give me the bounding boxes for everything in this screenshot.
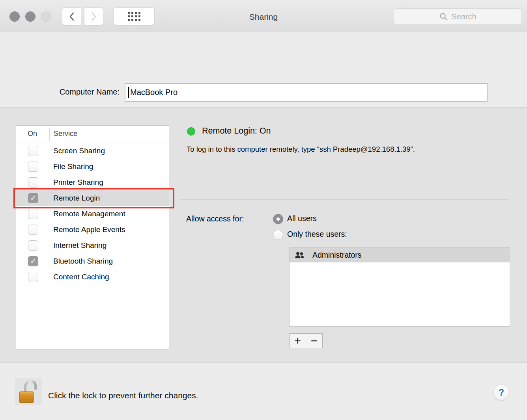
unlocked-padlock-icon xyxy=(17,380,40,403)
computer-name-field[interactable] xyxy=(125,83,488,102)
service-checkbox[interactable] xyxy=(28,177,38,188)
service-label: File Sharing xyxy=(53,162,93,171)
service-label: Bluetooth Sharing xyxy=(53,257,113,266)
service-row[interactable]: File Sharing xyxy=(16,159,169,175)
service-checkbox[interactable] xyxy=(28,225,38,235)
lock-button[interactable] xyxy=(15,378,42,405)
service-checkbox[interactable] xyxy=(28,272,38,282)
column-header-service: Service xyxy=(54,130,77,138)
service-row[interactable]: Remote Management xyxy=(16,206,169,222)
service-checkbox[interactable]: ✓ xyxy=(28,193,38,203)
text-caret xyxy=(128,87,129,98)
radio-all-users[interactable] xyxy=(273,214,283,224)
search-icon xyxy=(439,12,448,21)
remove-user-button[interactable]: − xyxy=(306,333,323,348)
status-title: Remote Login: On xyxy=(202,126,271,136)
sharing-content: On Service Screen SharingFile SharingPri… xyxy=(0,108,527,362)
service-label: Screen Sharing xyxy=(53,147,105,155)
radio-all-users-label: All users xyxy=(287,214,317,223)
service-table: On Service Screen SharingFile SharingPri… xyxy=(16,125,169,349)
group-icon xyxy=(294,251,305,259)
service-row[interactable]: Printer Sharing xyxy=(16,175,169,190)
service-row[interactable]: Screen Sharing xyxy=(16,143,169,159)
service-label: Internet Sharing xyxy=(53,241,107,250)
computer-name-label: Computer Name: xyxy=(0,87,120,97)
radio-only-these-users[interactable] xyxy=(273,230,283,240)
service-checkbox[interactable] xyxy=(28,240,38,251)
column-separator xyxy=(49,128,50,141)
column-header-on: On xyxy=(28,130,37,138)
service-label: Remote Login xyxy=(53,194,100,203)
service-checkbox[interactable] xyxy=(28,209,38,219)
service-checkbox[interactable] xyxy=(28,146,38,156)
search-placeholder: Search xyxy=(451,12,476,21)
users-list: Administrators xyxy=(289,247,510,327)
service-label: Remote Apple Events xyxy=(53,225,125,234)
service-checkbox[interactable]: ✓ xyxy=(28,256,38,266)
user-name: Administrators xyxy=(312,251,362,260)
add-user-button[interactable]: + xyxy=(289,333,306,348)
user-row[interactable]: Administrators xyxy=(290,248,510,262)
radio-only-these-users-label: Only these users: xyxy=(287,230,347,239)
allow-access-label: Allow access for: xyxy=(186,214,244,223)
service-row[interactable]: Content Caching xyxy=(16,269,169,285)
ssh-instruction: To log in to this computer remotely, typ… xyxy=(187,145,415,154)
service-label: Remote Management xyxy=(53,210,125,218)
computer-name-section: Computer Name: Computers on your local n… xyxy=(0,32,527,107)
service-row[interactable]: ✓Remote Login xyxy=(16,190,169,206)
search-input[interactable]: Search xyxy=(394,8,522,25)
help-button[interactable]: ? xyxy=(493,385,509,400)
lock-message: Click the lock to prevent further change… xyxy=(48,391,198,400)
footer: Click the lock to prevent further change… xyxy=(0,363,527,420)
service-rows: Screen SharingFile SharingPrinter Sharin… xyxy=(16,143,169,285)
status-dot xyxy=(187,127,195,136)
service-table-header: On Service xyxy=(16,126,169,143)
service-row[interactable]: Remote Apple Events xyxy=(16,222,169,238)
panel-divider xyxy=(180,199,509,200)
service-label: Printer Sharing xyxy=(53,178,103,187)
service-row[interactable]: ✓Bluetooth Sharing xyxy=(16,253,169,269)
service-checkbox[interactable] xyxy=(28,162,38,172)
service-label: Content Caching xyxy=(53,273,109,281)
titlebar: Sharing Search xyxy=(0,0,527,32)
service-row[interactable]: Internet Sharing xyxy=(16,238,169,253)
